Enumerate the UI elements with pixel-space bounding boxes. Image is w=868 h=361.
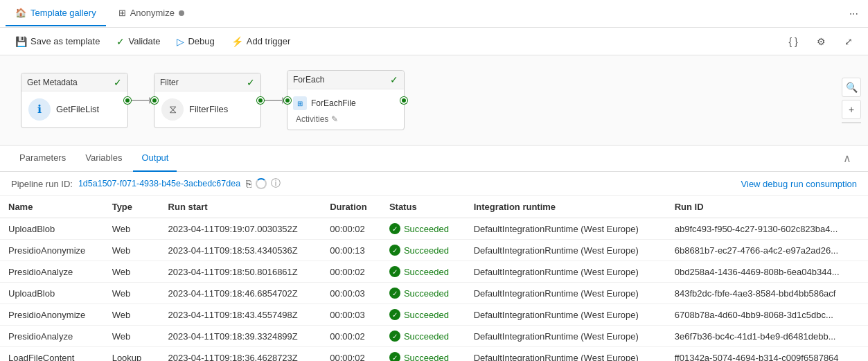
filter-body: ⧖ FilterFiles	[154, 91, 260, 127]
run-id-label: Pipeline run ID:	[11, 179, 73, 189]
view-debug-link[interactable]: View debug run consumption	[741, 179, 857, 189]
cell-runtime: DefaultIntegrationRuntime (West Europe)	[466, 347, 666, 362]
activity-table-container[interactable]: Name Type Run start Duration Status Inte…	[0, 196, 868, 361]
tab-output[interactable]: Output	[133, 146, 177, 172]
status-text: Succeeded	[404, 310, 449, 320]
debug-label: Debug	[188, 36, 214, 46]
debug-button[interactable]: ▷ Debug	[170, 33, 221, 50]
debug-icon: ▷	[177, 36, 184, 47]
cell-duration: 00:00:02	[321, 261, 381, 283]
get-metadata-body: ℹ GetFileList	[21, 91, 127, 127]
status-check-icon: ✓	[389, 288, 400, 299]
settings-button[interactable]: ⚙	[810, 30, 832, 53]
cell-duration: 00:00:02	[321, 218, 381, 240]
filter-icon: ⧖	[161, 98, 184, 121]
foreach-inner-icon: ⊞	[293, 96, 307, 110]
code-view-button[interactable]: { }	[782, 30, 804, 53]
tab-anonymize[interactable]: ⊞ Anonymize	[109, 1, 194, 26]
status-check-icon: ✓	[389, 309, 400, 320]
panel-collapse-button[interactable]: ∧	[838, 152, 857, 165]
cell-runtime: DefaultIntegrationRuntime (West Europe)	[466, 283, 666, 304]
top-bar: 🏠 Template gallery ⊞ Anonymize ···	[0, 0, 868, 28]
save-icon: 💾	[15, 36, 27, 47]
node2-right-connector	[257, 97, 264, 104]
tab-variables-label: Variables	[85, 152, 122, 163]
foreach-header-label: ForEach	[293, 75, 324, 85]
col-duration: Duration	[321, 196, 381, 218]
table-row[interactable]: LoadFileContent Lookup 2023-04-11T09:18:…	[0, 347, 868, 362]
table-header-row: Name Type Run start Duration Status Inte…	[0, 196, 868, 218]
foreach-body: ⊞ ForEachFile Activities ✎	[287, 89, 404, 130]
cell-type: Web	[104, 240, 160, 261]
tab-parameters[interactable]: Parameters	[11, 146, 74, 172]
node3-left-connector	[284, 97, 291, 104]
col-status: Status	[381, 196, 466, 218]
table-row[interactable]: UploadBlob Web 2023-04-11T09:19:07.00303…	[0, 218, 868, 240]
status-check-icon: ✓	[389, 266, 400, 277]
edit-icon[interactable]: ✎	[331, 114, 338, 124]
table-row[interactable]: PresidioAnonymize Web 2023-04-11T09:18:4…	[0, 304, 868, 326]
cell-duration: 00:00:02	[321, 326, 381, 347]
activity-table: Name Type Run start Duration Status Inte…	[0, 196, 868, 361]
unsaved-dot	[179, 10, 184, 16]
cell-runtime: DefaultIntegrationRuntime (West Europe)	[466, 261, 666, 283]
cell-run-start: 2023-04-11T09:18:43.4557498Z	[160, 304, 322, 326]
cell-name: UploadBlob	[0, 218, 104, 240]
status-text: Succeeded	[404, 224, 449, 234]
save-as-template-button[interactable]: 💾 Save as template	[8, 33, 107, 50]
filter-files-label: FilterFiles	[189, 104, 228, 114]
filter-node[interactable]: Filter ✓ ⧖ FilterFiles	[154, 73, 261, 128]
run-info-bar: Pipeline run ID: 1d5a1507-f071-4938-b45e…	[0, 172, 868, 196]
status-text: Succeeded	[404, 245, 449, 256]
validate-button[interactable]: ✓ Validate	[109, 33, 167, 50]
cell-run-start: 2023-04-11T09:18:46.6854702Z	[160, 283, 322, 304]
line-1	[128, 100, 149, 101]
tab-parameters-label: Parameters	[19, 152, 66, 163]
node1-right-connector	[124, 97, 131, 104]
cell-status: ✓ Succeeded	[381, 218, 466, 240]
cell-type: Web	[104, 218, 160, 240]
table-row[interactable]: UploadBlob Web 2023-04-11T09:18:46.68547…	[0, 283, 868, 304]
add-trigger-label: Add trigger	[247, 36, 291, 46]
get-metadata-header: Get Metadata ✓	[21, 73, 127, 91]
validate-label: Validate	[128, 36, 160, 46]
cell-run-start: 2023-04-11T09:18:36.4628723Z	[160, 347, 322, 362]
template-gallery-icon: 🏠	[15, 8, 26, 18]
table-row[interactable]: PresidioAnalyze Web 2023-04-11T09:18:50.…	[0, 261, 868, 283]
canvas-tools: 🔍 +	[842, 78, 861, 123]
check-icon: ✓	[116, 36, 125, 47]
cell-duration: 00:00:02	[321, 347, 381, 362]
tab-template-gallery[interactable]: 🏠 Template gallery	[6, 1, 106, 26]
table-row[interactable]: PresidioAnonymize Web 2023-04-11T09:18:5…	[0, 240, 868, 261]
cell-run-id: ab9fc493-f950-4c27-9130-602c823ba4...	[666, 218, 868, 240]
table-row[interactable]: PresidioAnalyze Web 2023-04-11T09:18:39.…	[0, 326, 868, 347]
foreach-node[interactable]: ForEach ✓ ⊞ ForEachFile Activities ✎	[287, 70, 405, 130]
run-id-value: 1d5a1507-f071-4938-b45e-3acbedc67dea	[78, 179, 240, 188]
col-type: Type	[104, 196, 160, 218]
cell-runtime: DefaultIntegrationRuntime (West Europe)	[466, 240, 666, 261]
pipeline-canvas: Get Metadata ✓ ℹ GetFileList Filter ✓ ⧖ …	[0, 55, 868, 146]
zoom-in-button[interactable]: +	[842, 100, 861, 119]
tab-variables[interactable]: Variables	[77, 146, 130, 172]
grid-icon: ⊞	[118, 8, 126, 18]
cell-type: Web	[104, 261, 160, 283]
col-run-id: Run ID	[666, 196, 868, 218]
cell-status: ✓ Succeeded	[381, 261, 466, 283]
add-trigger-button[interactable]: ⚡ Add trigger	[224, 33, 298, 50]
col-run-start: Run start	[160, 196, 322, 218]
copy-run-id-button[interactable]: ⎘	[246, 178, 251, 189]
get-metadata-node[interactable]: Get Metadata ✓ ℹ GetFileList	[21, 73, 128, 128]
cell-status: ✓ Succeeded	[381, 283, 466, 304]
filter-header: Filter ✓	[154, 73, 260, 91]
cell-type: Lookup	[104, 347, 160, 362]
more-options-button[interactable]: ···	[845, 6, 862, 21]
save-as-template-label: Save as template	[30, 36, 100, 46]
cell-run-id: 6b8681b7-ec27-4766-a4c2-e97a2ad26...	[666, 240, 868, 261]
collapse-button[interactable]: ⤢	[838, 30, 860, 53]
cell-type: Web	[104, 283, 160, 304]
cell-run-start: 2023-04-11T09:18:53.4340536Z	[160, 240, 322, 261]
node3-check-icon: ✓	[390, 74, 398, 85]
info-circle-button[interactable]: ⓘ	[271, 177, 281, 190]
foreach-file-label: ForEachFile	[311, 98, 356, 108]
search-canvas-button[interactable]: 🔍	[842, 78, 861, 97]
